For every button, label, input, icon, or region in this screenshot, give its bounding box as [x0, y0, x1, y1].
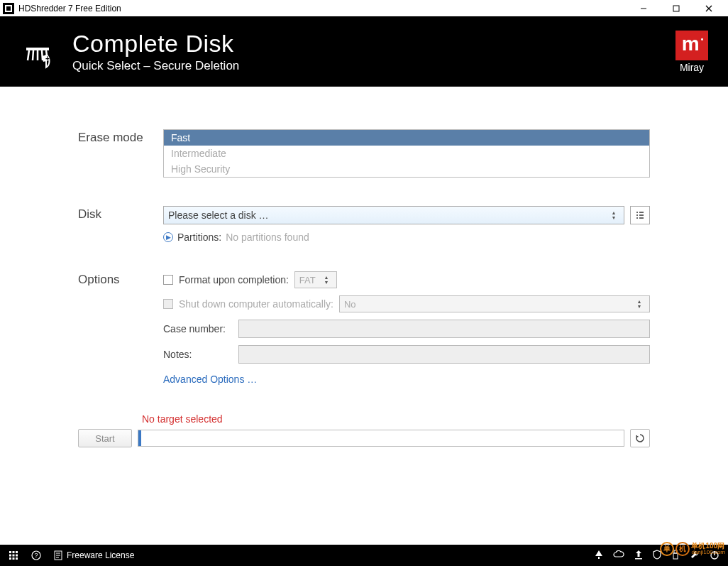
help-icon[interactable]: ?: [31, 550, 41, 560]
progress-bar: [138, 430, 624, 447]
usb-icon[interactable]: [671, 550, 680, 562]
svg-rect-17: [13, 555, 15, 557]
notes-label: Notes:: [163, 349, 233, 360]
disk-list-button[interactable]: [630, 206, 650, 224]
spinner-icon: ▲▼: [634, 299, 645, 309]
advanced-options-link[interactable]: Advanced Options …: [163, 374, 257, 385]
brand-logo: m• Miray: [675, 31, 708, 73]
svg-rect-3: [673, 6, 679, 11]
svg-rect-15: [16, 551, 18, 553]
svg-rect-1: [6, 6, 11, 11]
shield-icon[interactable]: [653, 550, 661, 562]
spinner-icon: ▲▼: [608, 210, 619, 220]
notes-input[interactable]: [238, 345, 650, 364]
disk-select-value: Please select a disk …: [168, 209, 269, 221]
notification-icon[interactable]: [595, 550, 603, 562]
wrench-icon[interactable]: [690, 550, 700, 562]
svg-rect-28: [598, 557, 600, 559]
power-icon[interactable]: [710, 550, 719, 562]
progress-fill: [138, 430, 141, 446]
close-button[interactable]: [693, 1, 725, 16]
refresh-button[interactable]: [630, 429, 650, 447]
svg-point-7: [636, 212, 638, 213]
app-icon: [3, 3, 14, 14]
shutdown-select[interactable]: No ▲▼: [339, 295, 650, 312]
upload-icon[interactable]: [634, 550, 643, 562]
window-title: HDShredder 7 Free Edition: [18, 4, 627, 13]
case-number-label: Case number:: [163, 323, 233, 334]
start-button[interactable]: Start: [78, 429, 132, 447]
partitions-label: Partitions:: [177, 232, 221, 243]
svg-text:?: ?: [34, 552, 38, 559]
partitions-value: No partitions found: [226, 232, 309, 243]
main-content: Erase mode Fast Intermediate High Securi…: [0, 87, 728, 545]
license-info[interactable]: Freeware License: [54, 550, 134, 560]
svg-rect-31: [673, 553, 678, 559]
svg-rect-13: [9, 551, 11, 553]
header: + Complete Disk Quick Select – Secure De…: [0, 17, 728, 87]
shutdown-checkbox[interactable]: [163, 299, 173, 309]
svg-rect-21: [16, 557, 18, 560]
erase-mode-list: Fast Intermediate High Security: [163, 129, 650, 178]
erase-mode-fast[interactable]: Fast: [164, 130, 649, 146]
disk-select[interactable]: Please select a disk … ▲▼: [163, 206, 624, 224]
page-subtitle: Quick Select – Secure Deletion: [72, 59, 675, 73]
svg-rect-16: [9, 555, 11, 557]
page-title: Complete Disk: [72, 31, 675, 57]
maximize-button[interactable]: [660, 1, 693, 16]
svg-point-9: [636, 214, 638, 216]
svg-point-11: [636, 217, 638, 219]
cloud-icon[interactable]: [613, 550, 624, 561]
erase-mode-intermediate[interactable]: Intermediate: [164, 146, 649, 161]
partitions-toggle-icon[interactable]: ▶: [163, 232, 173, 242]
svg-rect-18: [16, 555, 18, 557]
erase-mode-label: Erase mode: [78, 129, 163, 145]
footer: ? Freeware License: [0, 545, 728, 566]
format-select[interactable]: FAT ▲▼: [294, 271, 337, 288]
spinner-icon: ▲▼: [321, 275, 332, 285]
disk-label: Disk: [78, 206, 163, 222]
erase-mode-high-security[interactable]: High Security: [164, 161, 649, 177]
format-checkbox[interactable]: [163, 275, 173, 285]
license-label: Freeware License: [67, 550, 134, 560]
svg-rect-20: [13, 557, 15, 560]
svg-rect-29: [635, 558, 642, 560]
shutdown-label: Shut down computer automatically:: [179, 298, 333, 310]
shredder-icon: +: [20, 34, 55, 70]
svg-rect-30: [674, 550, 677, 553]
format-label: Format upon completion:: [179, 274, 289, 285]
options-label: Options: [78, 271, 163, 287]
status-message: No target selected: [142, 413, 650, 425]
titlebar: HDShredder 7 Free Edition: [0, 0, 728, 17]
svg-rect-19: [9, 557, 11, 560]
svg-rect-14: [13, 551, 15, 553]
minimize-button[interactable]: [627, 1, 660, 16]
case-number-input[interactable]: [238, 320, 650, 338]
apps-menu-icon[interactable]: [9, 550, 18, 560]
svg-text:+: +: [45, 55, 50, 62]
